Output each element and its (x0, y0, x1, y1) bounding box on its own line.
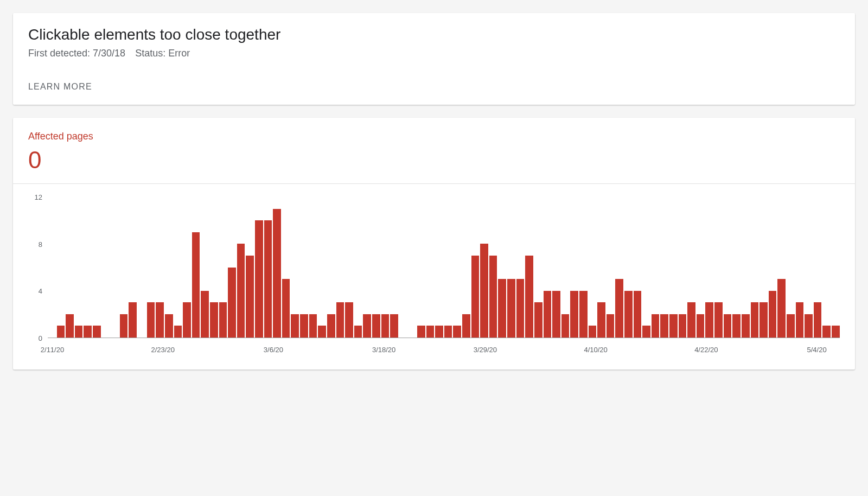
bar[interactable] (363, 314, 371, 338)
bar[interactable] (687, 302, 695, 338)
bar[interactable] (705, 302, 713, 338)
learn-more-link[interactable]: LEARN MORE (28, 82, 92, 92)
bar[interactable] (165, 314, 173, 338)
bar[interactable] (327, 314, 335, 338)
bar[interactable] (246, 256, 254, 338)
bar[interactable] (300, 314, 308, 338)
bar[interactable] (814, 302, 822, 338)
bar[interactable] (597, 302, 605, 338)
bar[interactable] (417, 326, 425, 338)
bar[interactable] (120, 314, 128, 338)
bar[interactable] (732, 314, 741, 338)
bar[interactable] (760, 302, 768, 338)
bars-container (48, 197, 840, 338)
bar[interactable] (435, 326, 443, 338)
bar[interactable] (561, 314, 570, 338)
bar[interactable] (174, 326, 182, 338)
metric-label: Affected pages (28, 131, 840, 142)
bar[interactable] (787, 314, 795, 338)
bar[interactable] (642, 326, 650, 338)
bar[interactable] (282, 279, 290, 338)
bar[interactable] (264, 220, 272, 338)
bar[interactable] (544, 291, 552, 338)
bar[interactable] (66, 314, 74, 338)
bar[interactable] (201, 291, 209, 338)
x-axis: 2/11/202/23/203/6/203/18/203/29/204/10/2… (48, 341, 840, 360)
bar[interactable] (579, 291, 588, 338)
y-axis: 04812 (28, 197, 46, 338)
bar[interactable] (805, 314, 813, 338)
bar[interactable] (129, 302, 137, 338)
bar[interactable] (498, 279, 506, 338)
bar[interactable] (156, 302, 164, 338)
bar[interactable] (345, 302, 353, 338)
bar[interactable] (273, 209, 281, 338)
bar[interactable] (679, 314, 687, 338)
bar[interactable] (147, 302, 155, 338)
bar[interactable] (471, 256, 480, 338)
bar[interactable] (669, 314, 678, 338)
status: Status: Error (135, 48, 190, 59)
issue-title: Clickable elements too close together (28, 26, 840, 43)
bar[interactable] (192, 232, 200, 338)
first-detected: First detected: 7/30/18 (28, 48, 125, 59)
bar[interactable] (318, 326, 326, 338)
bar[interactable] (832, 326, 840, 338)
bar[interactable] (742, 314, 750, 338)
bar[interactable] (589, 326, 597, 338)
bar[interactable] (183, 302, 191, 338)
bar[interactable] (84, 326, 92, 338)
x-tick: 4/22/20 (694, 346, 718, 354)
bar[interactable] (777, 279, 786, 338)
bar[interactable] (453, 326, 461, 338)
bar[interactable] (751, 302, 759, 338)
bar[interactable] (291, 314, 299, 338)
bar[interactable] (372, 314, 380, 338)
bar[interactable] (228, 268, 236, 338)
bar[interactable] (634, 291, 642, 338)
bar[interactable] (426, 326, 435, 338)
bar[interactable] (652, 314, 660, 338)
bar[interactable] (507, 279, 515, 338)
issue-subtitle-row: First detected: 7/30/18 Status: Error (28, 48, 840, 59)
bar[interactable] (607, 314, 615, 338)
bar[interactable] (444, 326, 452, 338)
bar[interactable] (534, 302, 542, 338)
bar[interactable] (697, 314, 705, 338)
bar[interactable] (390, 314, 398, 338)
bar[interactable] (57, 326, 65, 338)
bar[interactable] (714, 302, 723, 338)
bar[interactable] (255, 220, 263, 338)
bar[interactable] (309, 314, 317, 338)
bar[interactable] (570, 291, 578, 338)
bar[interactable] (237, 244, 245, 338)
bar[interactable] (480, 244, 488, 338)
x-tick: 2/23/20 (151, 346, 175, 354)
bar[interactable] (93, 326, 101, 338)
bar[interactable] (462, 314, 470, 338)
bar[interactable] (354, 326, 362, 338)
bar[interactable] (75, 326, 83, 338)
bar[interactable] (516, 279, 525, 338)
bar[interactable] (615, 279, 623, 338)
bar[interactable] (660, 314, 668, 338)
status-label: Status: (135, 48, 165, 59)
bar[interactable] (210, 302, 218, 338)
bar[interactable] (552, 291, 560, 338)
bar[interactable] (624, 291, 633, 338)
issue-header-card: Clickable elements too close together Fi… (13, 13, 855, 105)
bar[interactable] (724, 314, 732, 338)
bar[interactable] (796, 302, 804, 338)
bar[interactable] (525, 256, 533, 338)
bar[interactable] (219, 302, 227, 338)
x-tick: 5/4/20 (807, 346, 826, 354)
affected-pages-chart: 04812 2/11/202/23/203/6/203/18/203/29/20… (28, 197, 840, 360)
bar[interactable] (822, 326, 831, 338)
bar[interactable] (381, 314, 390, 338)
x-tick: 2/11/20 (41, 346, 64, 354)
bar[interactable] (769, 291, 777, 338)
bar[interactable] (489, 256, 497, 338)
bar[interactable] (336, 302, 344, 338)
y-tick: 0 (28, 334, 42, 342)
divider (13, 183, 855, 184)
